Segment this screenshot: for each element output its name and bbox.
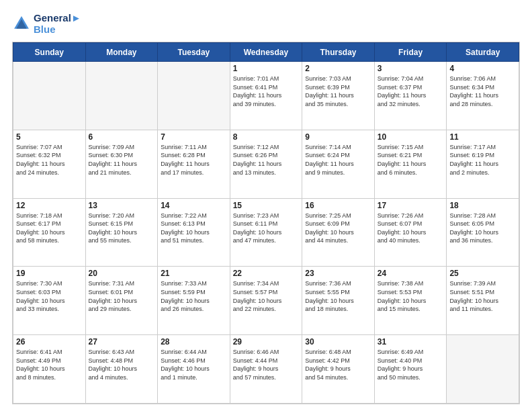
day-number: 17	[378, 201, 444, 210]
day-details: Sunrise: 7:01 AM Sunset: 6:41 PM Dayligh…	[233, 75, 300, 108]
table-row: 4Sunrise: 7:06 AM Sunset: 6:34 PM Daylig…	[447, 62, 519, 130]
day-details: Sunrise: 7:39 AM Sunset: 5:51 PM Dayligh…	[449, 279, 516, 313]
day-number: 21	[161, 269, 227, 278]
day-details: Sunrise: 7:03 AM Sunset: 6:39 PM Dayligh…	[305, 75, 371, 108]
day-number: 7	[161, 132, 227, 142]
day-details: Sunrise: 7:17 AM Sunset: 6:19 PM Dayligh…	[449, 143, 516, 177]
day-details: Sunrise: 7:20 AM Sunset: 6:15 PM Dayligh…	[89, 212, 155, 245]
day-details: Sunrise: 7:18 AM Sunset: 6:17 PM Dayligh…	[16, 212, 83, 245]
calendar-week-row: 12Sunrise: 7:18 AM Sunset: 6:17 PM Dayli…	[13, 198, 519, 267]
table-row	[158, 62, 230, 130]
header-tuesday: Tuesday	[158, 43, 230, 62]
table-row: 5Sunrise: 7:07 AM Sunset: 6:32 PM Daylig…	[13, 130, 86, 198]
table-row: 14Sunrise: 7:22 AM Sunset: 6:13 PM Dayli…	[158, 198, 230, 267]
table-row: 22Sunrise: 7:34 AM Sunset: 5:57 PM Dayli…	[230, 267, 302, 335]
day-details: Sunrise: 7:04 AM Sunset: 6:37 PM Dayligh…	[378, 75, 444, 108]
day-number: 16	[305, 201, 371, 210]
day-number: 12	[16, 201, 83, 210]
table-row: 25Sunrise: 7:39 AM Sunset: 5:51 PM Dayli…	[447, 267, 519, 335]
day-number: 18	[449, 201, 516, 210]
day-details: Sunrise: 7:33 AM Sunset: 5:59 PM Dayligh…	[161, 279, 227, 313]
day-details: Sunrise: 7:06 AM Sunset: 6:34 PM Dayligh…	[449, 75, 516, 108]
page: General► Blue Sunday Monday Tuesday Wedn…	[0, 0, 532, 411]
day-details: Sunrise: 7:31 AM Sunset: 6:01 PM Dayligh…	[89, 279, 155, 313]
header: General► Blue	[12, 12, 520, 35]
table-row: 6Sunrise: 7:09 AM Sunset: 6:30 PM Daylig…	[85, 130, 158, 198]
table-row: 30Sunrise: 6:48 AM Sunset: 4:42 PM Dayli…	[302, 335, 375, 404]
day-details: Sunrise: 7:15 AM Sunset: 6:21 PM Dayligh…	[378, 143, 444, 177]
table-row	[13, 62, 86, 130]
table-row: 31Sunrise: 6:49 AM Sunset: 4:40 PM Dayli…	[374, 335, 447, 404]
table-row: 29Sunrise: 6:46 AM Sunset: 4:44 PM Dayli…	[230, 335, 302, 404]
day-details: Sunrise: 7:14 AM Sunset: 6:24 PM Dayligh…	[305, 143, 371, 177]
day-details: Sunrise: 7:36 AM Sunset: 5:55 PM Dayligh…	[305, 279, 371, 313]
day-number: 8	[233, 132, 300, 142]
day-details: Sunrise: 7:38 AM Sunset: 5:53 PM Dayligh…	[378, 279, 444, 313]
day-details: Sunrise: 6:49 AM Sunset: 4:40 PM Dayligh…	[378, 348, 444, 381]
header-thursday: Thursday	[302, 43, 375, 62]
calendar-week-row: 1Sunrise: 7:01 AM Sunset: 6:41 PM Daylig…	[13, 62, 519, 130]
day-number: 1	[233, 64, 300, 73]
calendar: Sunday Monday Tuesday Wednesday Thursday…	[12, 42, 520, 404]
table-row: 28Sunrise: 6:44 AM Sunset: 4:46 PM Dayli…	[158, 335, 230, 404]
day-header-row: Sunday Monday Tuesday Wednesday Thursday…	[13, 43, 519, 62]
table-row: 10Sunrise: 7:15 AM Sunset: 6:21 PM Dayli…	[374, 130, 447, 198]
day-number: 29	[233, 337, 300, 347]
table-row: 19Sunrise: 7:30 AM Sunset: 6:03 PM Dayli…	[13, 267, 86, 335]
table-row: 7Sunrise: 7:11 AM Sunset: 6:28 PM Daylig…	[158, 130, 230, 198]
table-row: 23Sunrise: 7:36 AM Sunset: 5:55 PM Dayli…	[302, 267, 375, 335]
day-number: 19	[16, 269, 83, 278]
day-number: 6	[89, 132, 155, 142]
day-number: 27	[89, 337, 155, 347]
header-wednesday: Wednesday	[230, 43, 302, 62]
day-number: 20	[89, 269, 155, 278]
day-number: 9	[305, 132, 371, 142]
table-row: 1Sunrise: 7:01 AM Sunset: 6:41 PM Daylig…	[230, 62, 302, 130]
day-number: 3	[378, 64, 444, 73]
header-friday: Friday	[374, 43, 447, 62]
header-monday: Monday	[85, 43, 158, 62]
day-details: Sunrise: 7:11 AM Sunset: 6:28 PM Dayligh…	[161, 143, 227, 177]
day-number: 4	[449, 64, 516, 73]
day-details: Sunrise: 7:07 AM Sunset: 6:32 PM Dayligh…	[16, 143, 83, 177]
day-number: 15	[233, 201, 300, 210]
table-row: 20Sunrise: 7:31 AM Sunset: 6:01 PM Dayli…	[85, 267, 158, 335]
table-row: 27Sunrise: 6:43 AM Sunset: 4:48 PM Dayli…	[85, 335, 158, 404]
day-details: Sunrise: 7:22 AM Sunset: 6:13 PM Dayligh…	[161, 212, 227, 245]
day-details: Sunrise: 6:44 AM Sunset: 4:46 PM Dayligh…	[161, 348, 227, 381]
calendar-table: Sunday Monday Tuesday Wednesday Thursday…	[13, 42, 519, 404]
day-number: 2	[305, 64, 371, 73]
day-details: Sunrise: 7:26 AM Sunset: 6:07 PM Dayligh…	[378, 212, 444, 245]
header-saturday: Saturday	[447, 43, 519, 62]
table-row	[447, 335, 519, 404]
table-row: 16Sunrise: 7:25 AM Sunset: 6:09 PM Dayli…	[302, 198, 375, 267]
day-details: Sunrise: 6:48 AM Sunset: 4:42 PM Dayligh…	[305, 348, 371, 381]
calendar-week-row: 5Sunrise: 7:07 AM Sunset: 6:32 PM Daylig…	[13, 130, 519, 198]
table-row: 2Sunrise: 7:03 AM Sunset: 6:39 PM Daylig…	[302, 62, 375, 130]
day-number: 30	[305, 337, 371, 347]
day-details: Sunrise: 6:46 AM Sunset: 4:44 PM Dayligh…	[233, 348, 300, 381]
day-number: 5	[16, 132, 83, 142]
calendar-week-row: 19Sunrise: 7:30 AM Sunset: 6:03 PM Dayli…	[13, 267, 519, 335]
day-number: 23	[305, 269, 371, 278]
day-number: 24	[378, 269, 444, 278]
calendar-week-row: 26Sunrise: 6:41 AM Sunset: 4:49 PM Dayli…	[13, 335, 519, 404]
day-details: Sunrise: 7:30 AM Sunset: 6:03 PM Dayligh…	[16, 279, 83, 313]
day-number: 31	[378, 337, 444, 347]
day-details: Sunrise: 7:12 AM Sunset: 6:26 PM Dayligh…	[233, 143, 300, 177]
table-row: 12Sunrise: 7:18 AM Sunset: 6:17 PM Dayli…	[13, 198, 86, 267]
table-row: 9Sunrise: 7:14 AM Sunset: 6:24 PM Daylig…	[302, 130, 375, 198]
table-row: 13Sunrise: 7:20 AM Sunset: 6:15 PM Dayli…	[85, 198, 158, 267]
day-number: 26	[16, 337, 83, 347]
day-details: Sunrise: 7:09 AM Sunset: 6:30 PM Dayligh…	[89, 143, 155, 177]
day-details: Sunrise: 7:34 AM Sunset: 5:57 PM Dayligh…	[233, 279, 300, 313]
day-number: 22	[233, 269, 300, 278]
logo-text: General► Blue	[34, 12, 81, 35]
table-row: 15Sunrise: 7:23 AM Sunset: 6:11 PM Dayli…	[230, 198, 302, 267]
table-row: 8Sunrise: 7:12 AM Sunset: 6:26 PM Daylig…	[230, 130, 302, 198]
header-sunday: Sunday	[13, 43, 86, 62]
day-details: Sunrise: 7:25 AM Sunset: 6:09 PM Dayligh…	[305, 212, 371, 245]
table-row: 3Sunrise: 7:04 AM Sunset: 6:37 PM Daylig…	[374, 62, 447, 130]
logo: General► Blue	[12, 12, 81, 35]
logo-icon	[12, 14, 31, 33]
